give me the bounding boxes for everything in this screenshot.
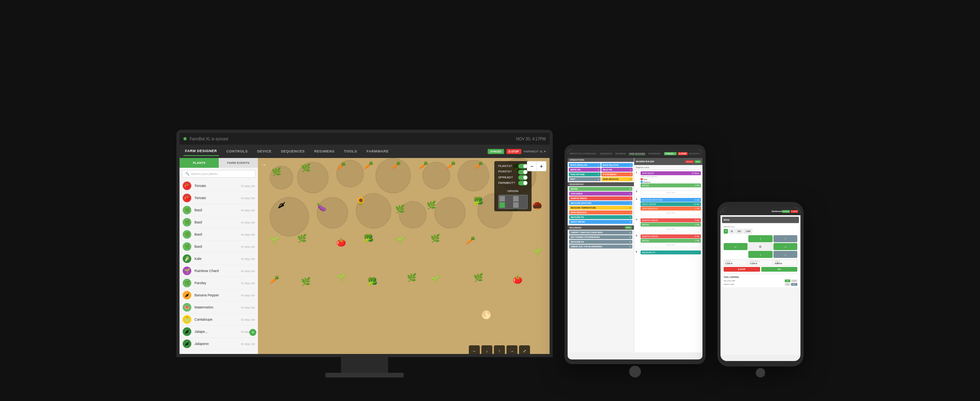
regimens-add-button[interactable]: ADD (625, 226, 632, 229)
op-write-pin[interactable]: WRITE PIN ✕ (569, 168, 601, 172)
nav-tools[interactable]: TOOLS (343, 147, 359, 156)
arrow-up-button[interactable]: ↑ (494, 345, 505, 356)
op-take-picture[interactable]: TAKE PICTURE ✕ (569, 172, 601, 176)
arrow-left-move-button[interactable]: ← (724, 243, 748, 250)
tablet-home-button[interactable] (629, 366, 641, 377)
step-5-remove-weeds[interactable]: REMOVE WEEDS 5 AM (641, 234, 701, 238)
op-read-pin[interactable]: READ PIN ✕ (601, 168, 633, 172)
op-if-statement[interactable]: IF STATEMENT ✕ (601, 172, 633, 176)
estop-button[interactable]: E-STOP (506, 149, 521, 154)
step-1-sow-seeds[interactable]: SOW SEEDS 10:30am (641, 171, 701, 175)
nav-farmware[interactable]: FARMWARE (365, 147, 390, 156)
reg-measure-ph[interactable]: MEASURE PH ✎ (569, 240, 632, 244)
step-4-remove-weeds[interactable]: REMOVE WEEDS 5 AM (641, 218, 701, 222)
nav-device[interactable]: DEVICE (256, 147, 273, 156)
plant-item[interactable]: 🌶 Banana Pepper 42 days old (180, 289, 258, 301)
seq-measure-ph[interactable]: MEASURE PH ✕ (569, 215, 632, 219)
op-move-relative[interactable]: MOVE RELATIVE ✕ (601, 163, 633, 167)
tab-farm-events[interactable]: FARM EVENTS (219, 158, 258, 168)
step-3-heavy-water[interactable]: HEAVY WATER 10 AM (641, 202, 701, 206)
op-move-absolute[interactable]: MOVE ABSOLUTE ✕ (569, 163, 601, 167)
step-3-send-message[interactable]: SEND MESSAGE 1 PM (641, 207, 701, 210)
op-wait[interactable]: WAIT ✕ (569, 177, 601, 181)
plant-item[interactable]: 🌿 Basil 42 days old (180, 204, 258, 216)
nav-controls[interactable]: CONTROLS (225, 147, 250, 156)
step-6-measure-ph[interactable]: MEASURE PH (641, 250, 701, 254)
amount-1-button[interactable]: 1 (724, 229, 728, 234)
op-send-message[interactable]: SEND MESSAGE ✕ (601, 177, 633, 181)
plant-item[interactable]: 🌶 Jalapeno 42 days old (180, 338, 258, 350)
plant-item[interactable]: 🌱 Rainbow Chard 42 days old (180, 265, 258, 277)
regimen-save-button[interactable]: SAVE (695, 160, 701, 163)
reg-cherry-tomatoes[interactable]: CHERRY TOMATOES FROM SEED ✎ (569, 230, 632, 234)
origin-cell[interactable] (513, 196, 519, 201)
tablet-nav-farm-designer[interactable]: FARM DESIGNER (629, 152, 645, 155)
seq-measure-moisture[interactable]: MEASURE MOISTURE ✕ (569, 201, 632, 205)
arrow-down-move-button[interactable]: ↓ (748, 251, 772, 258)
nav-sequences[interactable]: SEQUENCES (279, 147, 307, 156)
tab-plants[interactable]: PLANTS (180, 158, 219, 168)
seq-water[interactable]: WATER ✕ (569, 187, 632, 191)
reg-amend-soil[interactable]: AMEND SOIL FOR BLUEBERRIES ✎ (569, 245, 632, 249)
phone-home-button[interactable] (756, 368, 765, 377)
plants-toggle[interactable] (518, 164, 528, 169)
seq-heavy-water[interactable]: HEAVY WATER ✕ (569, 220, 632, 224)
phone-estop-button[interactable]: E-STOP (724, 267, 760, 272)
plant-item[interactable]: 🍉 Watermelon 42 days old (180, 301, 258, 314)
origin-selector[interactable] (498, 195, 528, 209)
step-5-water[interactable]: WATER 1 PM (641, 239, 701, 243)
arrow-z-up-button[interactable]: ↑ (773, 235, 797, 242)
reg-dry-farmed[interactable]: DRY FARMED STRAWBERRIES ✎ (569, 235, 632, 239)
add-plant-button[interactable]: + (249, 329, 256, 336)
step-4-drop-zone[interactable]: DROP HERE (641, 227, 701, 231)
seq-remove-weeds[interactable]: REMOVE WEEDS ✕ (569, 196, 632, 200)
arrow-up-move-button[interactable]: ↑ (748, 235, 772, 242)
step-3-drop-zone[interactable]: DROP HERE (641, 211, 701, 215)
zoom-in-button[interactable]: + (537, 161, 546, 171)
water-off-button[interactable]: OFF (791, 283, 797, 286)
vacuum-on-button[interactable]: ON (785, 279, 790, 282)
seq-send-message2[interactable]: SEND MESSAGE ✕ (569, 210, 632, 214)
plant-item[interactable]: 🌿 Basil 42 days old (180, 216, 258, 229)
tablet-estop-badge[interactable]: E-STOP (678, 152, 688, 155)
amount-1000-button[interactable]: 1,000 (744, 229, 753, 234)
farmbot-toggle[interactable] (518, 181, 528, 185)
nav-regimens[interactable]: REGIMENS (313, 147, 336, 156)
points-toggle[interactable] (518, 170, 528, 174)
step-3-measure-moisture[interactable]: MEASURE MOISTURE 5 AM (641, 198, 701, 202)
spread-toggle[interactable] (518, 175, 528, 180)
farm-selector[interactable]: FARMBOT XL ▾ (524, 150, 546, 153)
regimen-delete-button[interactable]: DELETE (685, 160, 694, 163)
fullscreen-button[interactable]: ⤢ (519, 345, 530, 356)
arrow-z-down-button[interactable]: ↓ (773, 251, 797, 258)
arrow-down-button[interactable]: ↓ (481, 345, 492, 356)
tablet-account[interactable]: ACCOUNT ▾ (689, 152, 700, 155)
vacuum-off-button[interactable]: OFF (791, 279, 797, 282)
phone-estop[interactable]: E-STOP (791, 210, 798, 213)
origin-cell[interactable] (499, 196, 505, 201)
plant-item[interactable]: 🥬 Kale 42 days old (180, 253, 258, 265)
regimen-name-field[interactable]: Regimen name (634, 165, 702, 170)
origin-cell[interactable] (513, 202, 519, 208)
amount-100-button[interactable]: 100 (735, 229, 742, 234)
plant-item[interactable]: 🍅 Tomato 42 days old (180, 192, 258, 204)
arrow-left-button[interactable]: ← (469, 345, 480, 356)
seq-sow-seeds[interactable]: SOW SEEDS ✕ (569, 192, 632, 196)
step-2-drop-zone[interactable]: DROP HERE (641, 191, 701, 195)
nav-farm-designer[interactable]: FARM DESIGNER (183, 147, 219, 156)
water-on-button[interactable]: ON (785, 283, 790, 286)
plant-item[interactable]: 🌿 Basil 42 days old (180, 229, 258, 241)
plant-item[interactable]: 🌿 Basil 42 days old (180, 241, 258, 253)
plant-item[interactable]: 🌿 Parsley 42 days old (180, 277, 258, 289)
step-4-water[interactable]: WATER 1 PM (641, 223, 701, 227)
zoom-out-button[interactable]: − (527, 161, 537, 171)
origin-cell-active[interactable] (499, 202, 505, 208)
phone-go-button[interactable]: GO (761, 267, 798, 272)
plant-item[interactable]: 🍅 Tomato 42 days old (180, 180, 258, 192)
farm-map[interactable]: 🌿 🌿 🥕 🥕 🥕 🥕 🥕 🥕 🥦 🌰 🌶 🍆 🌻 🌿 🌿 🥦 (258, 158, 550, 357)
arrow-right-button[interactable]: → (506, 345, 517, 356)
arrow-right-move-button[interactable]: → (773, 243, 797, 250)
seq-measure-temp[interactable]: MEASURE TEMPERATURE ✕ (569, 206, 632, 210)
search-box[interactable]: 🔍 Search your plants... (182, 170, 256, 178)
step-1-water[interactable]: WATER 1 PM (641, 183, 701, 187)
